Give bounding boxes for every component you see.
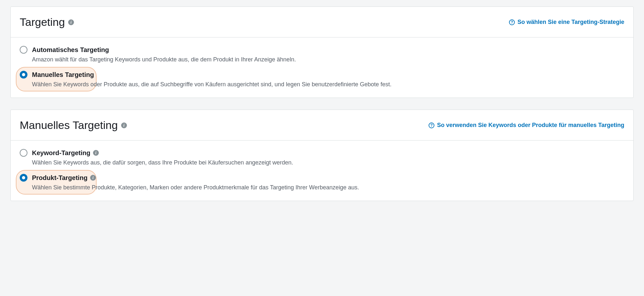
targeting-panel: Targeting i ? So wählen Sie eine Targeti… [10,6,634,98]
targeting-panel-header: Targeting i ? So wählen Sie eine Targeti… [11,7,633,37]
option-automatic-label: Automatisches Targeting [32,45,109,54]
info-icon[interactable]: i [121,122,127,128]
targeting-panel-title: Targeting i [20,15,74,30]
radio-manual[interactable] [20,71,27,79]
option-keyword[interactable]: Keyword-Targeting i Wählen Sie Keywords … [20,148,624,167]
info-icon[interactable]: i [93,150,99,156]
option-manual-label: Manuelles Targeting [32,70,94,79]
radio-automatic[interactable] [20,46,27,54]
option-automatic-desc: Amazon wählt für das Targeting Keywords … [32,56,624,64]
option-product[interactable]: Produkt-Targeting i Wählen Sie bestimmte… [20,173,624,192]
help-icon: ? [509,19,515,25]
option-keyword-label: Keyword-Targeting [32,148,90,157]
manual-help-text: So verwenden Sie Keywords oder Produkte … [437,121,624,129]
option-product-desc: Wählen Sie bestimmte Produkte, Kategorie… [32,184,624,192]
radio-keyword[interactable] [20,149,27,157]
targeting-help-link[interactable]: ? So wählen Sie eine Targeting-Strategie [509,18,624,26]
manual-panel-header: Manuelles Targeting i ? So verwenden Sie… [11,110,633,141]
option-manual-desc: Wählen Sie Keywords oder Produkte aus, d… [32,80,624,89]
manual-title-text: Manuelles Targeting [20,118,118,133]
info-icon[interactable]: i [90,175,96,181]
manual-panel-body: Keyword-Targeting i Wählen Sie Keywords … [11,141,633,201]
option-product-label: Produkt-Targeting [32,173,88,182]
targeting-title-text: Targeting [20,15,65,30]
targeting-help-text: So wählen Sie eine Targeting-Strategie [517,18,624,26]
option-keyword-desc: Wählen Sie Keywords aus, die dafür sorge… [32,159,624,167]
option-automatic[interactable]: Automatisches Targeting Amazon wählt für… [20,45,624,64]
manual-panel-title: Manuelles Targeting i [20,118,127,133]
info-icon[interactable]: i [68,19,74,25]
option-manual[interactable]: Manuelles Targeting Wählen Sie Keywords … [20,70,624,89]
help-icon: ? [429,122,434,128]
manual-targeting-panel: Manuelles Targeting i ? So verwenden Sie… [10,110,634,201]
targeting-panel-body: Automatisches Targeting Amazon wählt für… [11,37,633,98]
radio-product[interactable] [20,174,27,182]
manual-help-link[interactable]: ? So verwenden Sie Keywords oder Produkt… [429,121,624,129]
